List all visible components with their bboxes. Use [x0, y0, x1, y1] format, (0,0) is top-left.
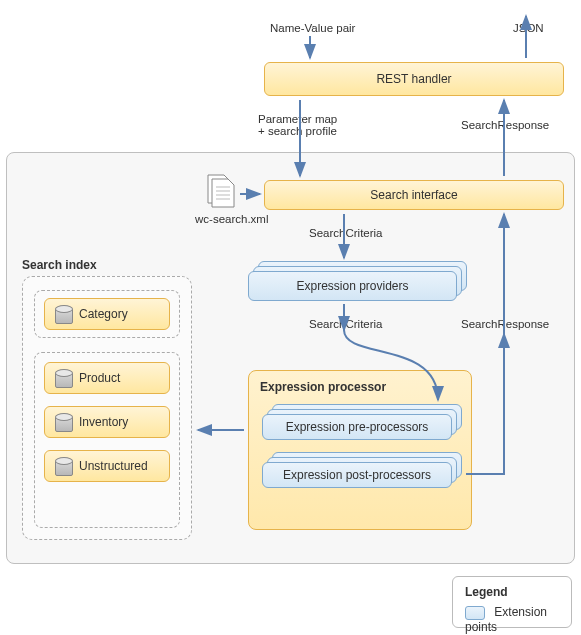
- file-icon: [202, 173, 242, 214]
- index-item-inventory-label: Inventory: [79, 415, 128, 429]
- cylinder-icon: [55, 305, 71, 323]
- rest-handler-box: REST handler: [264, 62, 564, 96]
- index-item-inventory: Inventory: [44, 406, 170, 438]
- expression-processor-container: [248, 370, 472, 530]
- index-item-product: Product: [44, 362, 170, 394]
- search-interface-box: Search interface: [264, 180, 564, 210]
- search-interface-label: Search interface: [370, 188, 457, 202]
- input-label: Name-Value pair: [270, 22, 355, 34]
- expression-pre-box: Expression pre-processors: [262, 414, 452, 440]
- search-index-title: Search index: [22, 258, 97, 272]
- expression-providers-label: Expression providers: [296, 279, 408, 293]
- legend-title: Legend: [465, 585, 559, 599]
- rest-handler-label: REST handler: [376, 72, 451, 86]
- cylinder-icon: [55, 413, 71, 431]
- index-item-product-label: Product: [79, 371, 120, 385]
- expression-post-label: Expression post-processors: [283, 468, 431, 482]
- expression-providers-box: Expression providers: [248, 271, 457, 301]
- cylinder-icon: [55, 369, 71, 387]
- cylinder-icon: [55, 457, 71, 475]
- index-item-category-label: Category: [79, 307, 128, 321]
- search-response-upper-label: SearchResponse: [461, 119, 549, 131]
- expression-post-box: Expression post-processors: [262, 462, 452, 488]
- wc-search-xml-label: wc-search.xml: [195, 213, 268, 225]
- search-criteria-2-label: SearchCriteria: [309, 318, 383, 330]
- legend-swatch-icon: [465, 606, 485, 620]
- legend-row: Extension points: [465, 605, 559, 634]
- search-response-lower-label: SearchResponse: [461, 318, 549, 330]
- search-criteria-1-label: SearchCriteria: [309, 227, 383, 239]
- index-item-category: Category: [44, 298, 170, 330]
- output-label: JSON: [513, 22, 544, 34]
- index-item-unstructured-label: Unstructured: [79, 459, 148, 473]
- expression-processor-title: Expression processor: [260, 380, 386, 394]
- param-map-label: Parameter map + search profile: [258, 113, 337, 137]
- index-item-unstructured: Unstructured: [44, 450, 170, 482]
- expression-pre-label: Expression pre-processors: [286, 420, 429, 434]
- legend-box: Legend Extension points: [452, 576, 572, 628]
